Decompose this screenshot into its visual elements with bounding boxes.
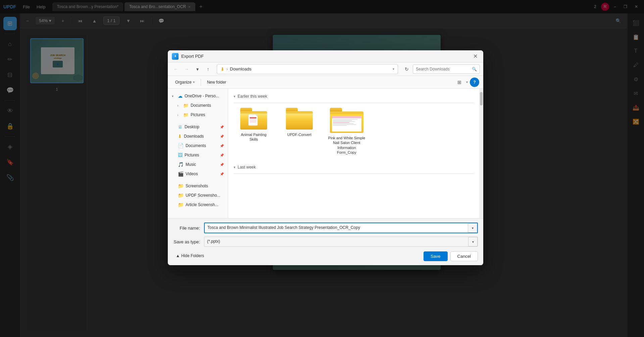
tree-expand-icon: ▾	[172, 94, 176, 98]
tree-item-downloads[interactable]: ⬇ Downloads 📌	[168, 132, 228, 141]
toolbar-divider	[201, 79, 201, 86]
scrollbar-thumb[interactable]	[480, 92, 483, 105]
scrollbar[interactable]	[479, 89, 483, 218]
nav-back-button[interactable]: ←	[171, 64, 181, 74]
tree-item-documents-sub[interactable]: › 📁 Documents	[168, 101, 228, 110]
modal-title: Export PDF	[181, 54, 468, 59]
folder-graphic-animal	[240, 108, 267, 130]
nav-forward-button[interactable]: →	[182, 64, 191, 74]
file-name-updf: UPDF-Convert	[287, 132, 311, 137]
export-pdf-modal: ⬇ Export PDF ✕ ← → ▾ ↑ ⬇ › Downloads ▾ ↻…	[168, 50, 483, 265]
article-screenshots-folder-icon: 📁	[178, 202, 184, 207]
tree-item-article-screenshots[interactable]: 📁 Article Screensh...	[168, 200, 228, 209]
file-name-nail: Pink and White Simple Nail Salon Client …	[328, 136, 366, 155]
savetype-label: Save as type:	[173, 239, 200, 244]
modal-toolbar: Organize ▾ New folder ⊞ ▾ ?	[168, 76, 483, 89]
filename-input[interactable]	[205, 223, 468, 232]
section-chevron-earlier: ▾	[234, 94, 236, 99]
search-icon: 🔍	[472, 67, 477, 71]
cancel-button[interactable]: Cancel	[450, 251, 478, 261]
hide-folders-button[interactable]: ▲ Hide Folders	[173, 252, 207, 259]
view-toggle-button[interactable]: ⊞	[455, 78, 464, 87]
savetype-input-wrapper: ▾	[204, 237, 478, 247]
hide-folders-label: Hide Folders	[181, 253, 204, 258]
preview-line-5	[333, 123, 354, 124]
new-folder-button[interactable]: New folder	[204, 79, 230, 86]
section-chevron-lastweek: ▾	[234, 165, 236, 170]
organize-label: Organize	[175, 80, 192, 85]
tree-item-music[interactable]: 🎵 Music 📌	[168, 160, 228, 169]
search-box: 🔍	[413, 64, 480, 74]
tree-label-screenshots: Screenshots	[186, 184, 208, 188]
preview-line-6	[333, 124, 356, 125]
tree-item-pictures-sub[interactable]: › 📁 Pictures	[168, 110, 228, 119]
tree-spacer	[168, 119, 228, 122]
folder-front	[240, 113, 267, 130]
nav-refresh-button[interactable]: ↻	[402, 64, 411, 74]
filename-dropdown-button[interactable]: ▾	[468, 223, 477, 233]
tree-label-onedrive: OneDrive - Perso...	[185, 94, 219, 98]
folder-preview-content	[332, 116, 361, 132]
folder-graphic-nail	[330, 108, 363, 133]
modal-navbar: ← → ▾ ↑ ⬇ › Downloads ▾ ↻ 🔍	[168, 62, 483, 76]
tree-spacer2	[168, 179, 228, 181]
preview-lines	[332, 118, 361, 127]
tree-item-documents2[interactable]: 📄 Documents 📌	[168, 141, 228, 150]
folder-shine-updf	[286, 113, 313, 120]
preview-line-1	[333, 119, 358, 120]
modal-close-button[interactable]: ✕	[471, 52, 479, 60]
help-button[interactable]: ?	[470, 78, 479, 87]
footer-action-buttons: Save Cancel	[424, 251, 478, 261]
pictures2-folder-icon: 🖼	[178, 152, 183, 158]
organize-button[interactable]: Organize ▾	[172, 79, 198, 86]
tree-label-pictures2: Pictures	[185, 153, 199, 157]
tree-item-onedrive[interactable]: ▾ ☁ OneDrive - Perso...	[168, 91, 228, 101]
section-header-lastweek[interactable]: ▾ Last week	[234, 165, 474, 170]
section-header-earlier[interactable]: ▾ Earlier this week	[234, 94, 474, 99]
tree-label-updf-screenshots: UPDF Screensho...	[186, 193, 220, 198]
filename-input-wrapper: ▾	[204, 223, 478, 233]
preview-line-4	[333, 122, 349, 123]
tree-label-documents2: Documents	[186, 143, 206, 148]
tree-label-music: Music	[186, 162, 196, 167]
file-item-animal-painting[interactable]: Animal Painting Skills	[234, 104, 274, 158]
tree-item-screenshots[interactable]: 📁 Screenshots	[168, 181, 228, 191]
file-name-animal: Animal Painting Skills	[236, 132, 271, 142]
hide-chevron-icon: ▲	[176, 253, 180, 258]
footer-filename-row: File name: ▾	[173, 223, 478, 233]
files-grid: Animal Painting Skills UPDF-Convert	[234, 104, 474, 158]
tree-label-pictures: Pictures	[191, 112, 205, 117]
modal-app-icon-text: ⬇	[174, 55, 177, 58]
address-bar[interactable]: ⬇ › Downloads ▾	[217, 64, 398, 74]
tree-item-videos[interactable]: 🎬 Videos 📌	[168, 169, 228, 179]
tree-item-updf-screenshots[interactable]: 📁 UPDF Screensho...	[168, 191, 228, 200]
section-label-lastweek: Last week	[238, 165, 256, 170]
tree-label-desktop: Desktop	[185, 125, 199, 129]
file-item-nail-salon[interactable]: Pink and White Simple Nail Salon Client …	[325, 104, 368, 158]
nav-dropdown-button[interactable]: ▾	[193, 64, 202, 74]
section-label-earlier: Earlier this week	[238, 94, 267, 99]
savetype-dropdown-button[interactable]: ▾	[468, 237, 478, 246]
tree-label-downloads: Downloads	[184, 134, 204, 139]
filename-label: File name:	[173, 226, 200, 231]
view-dropdown-icon[interactable]: ▾	[466, 80, 468, 84]
file-item-updf-convert[interactable]: UPDF-Convert	[279, 104, 319, 158]
pin-icon-downloads: 📌	[220, 135, 224, 138]
savetype-input[interactable]	[204, 237, 468, 246]
footer-actions-row: ▲ Hide Folders Save Cancel	[173, 250, 478, 261]
music-folder-icon: 🎵	[178, 162, 184, 167]
tree-item-desktop[interactable]: 🖥 Desktop 📌	[168, 122, 228, 132]
modal-body: ▾ ☁ OneDrive - Perso... › 📁 Documents › …	[168, 89, 483, 218]
pin-icon-videos: 📌	[220, 172, 224, 176]
tree-label-videos: Videos	[186, 172, 198, 176]
nav-up-button[interactable]: ↑	[203, 64, 213, 74]
tree-item-pictures2[interactable]: 🖼 Pictures 📌	[168, 150, 228, 160]
save-button[interactable]: Save	[424, 251, 448, 261]
screenshots-folder-icon: 📁	[178, 183, 184, 189]
updf-screenshots-folder-icon: 📁	[178, 193, 184, 198]
footer-savetype-row: Save as type: ▾	[173, 237, 478, 247]
modal-right-panel: ▾ Earlier this week	[228, 89, 479, 218]
pin-icon-music: 📌	[220, 163, 224, 166]
folder-documents-icon: 📁	[183, 103, 189, 108]
search-input[interactable]	[416, 67, 470, 71]
